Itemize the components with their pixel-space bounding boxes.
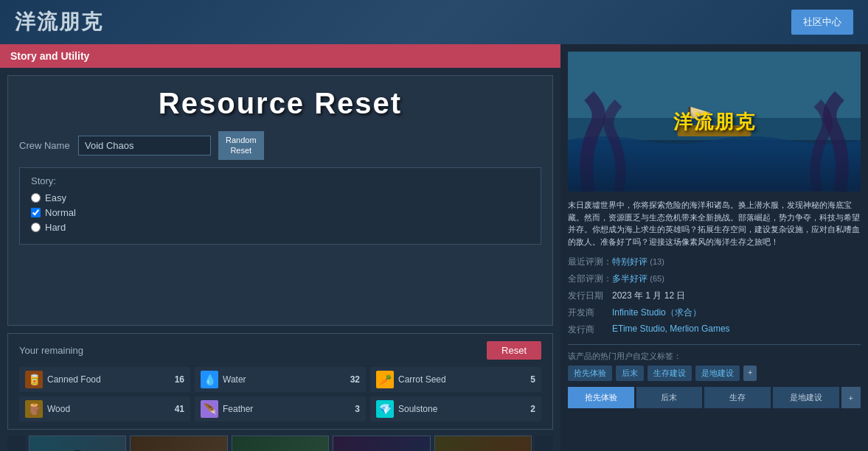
random-reset-button[interactable]: RandomReset bbox=[218, 131, 264, 160]
main-content: Story and Utility Resource Reset Crew Na… bbox=[0, 44, 868, 451]
game-area: Resource Reset Crew Name RandomReset Sto… bbox=[7, 75, 553, 326]
hard-option-row: Hard bbox=[31, 222, 530, 233]
divider-1 bbox=[568, 344, 861, 345]
resource-soulstone: 💎 Soulstone 2 bbox=[370, 396, 541, 422]
publisher-value[interactable]: ETime Studio, Merlion Games bbox=[612, 324, 730, 334]
carrot-seed-count: 5 bbox=[530, 374, 535, 385]
water-name: Water bbox=[223, 374, 346, 385]
panel-title: Story and Utility bbox=[0, 44, 560, 68]
recent-review-row: 最近评测： 特别好评 (13) bbox=[568, 254, 861, 270]
wood-count: 41 bbox=[175, 404, 184, 414]
next-thumb-button[interactable]: ▶ bbox=[535, 436, 553, 451]
resource-reset-title: Resource Reset bbox=[19, 87, 541, 120]
remaining-label: Your remaining bbox=[19, 345, 83, 356]
soulstone-count: 2 bbox=[530, 404, 535, 414]
thumbnails-row: ◀ ▶ Adventures Unfold ▶ bbox=[7, 436, 553, 451]
btn-post-apocalyptic[interactable]: 后末 bbox=[636, 387, 703, 408]
easy-option-row: Easy bbox=[31, 192, 530, 203]
canned-food-icon: 🥫 bbox=[25, 371, 43, 388]
story-label: Story: bbox=[31, 175, 530, 186]
hard-radio[interactable] bbox=[31, 223, 41, 232]
remaining-section: Your remaining Reset 🥫 Canned Food 16 💧 … bbox=[7, 333, 553, 430]
feather-icon: 🪶 bbox=[201, 400, 218, 418]
all-review-label: 全部评测： bbox=[568, 270, 612, 287]
right-panel: 洋流朋克 末日废墟世界中，你将探索危险的海洋和诸岛。换上潜水服，发现神秘的海底宝… bbox=[560, 44, 868, 451]
resource-grid: 🥫 Canned Food 16 💧 Water 32 🥕 Carrot See… bbox=[19, 367, 541, 422]
water-icon: 💧 bbox=[201, 371, 218, 388]
resource-feather: 🪶 Feather 3 bbox=[195, 396, 366, 422]
resource-water: 💧 Water 32 bbox=[195, 367, 366, 392]
tags-section: 该产品的热门用户自定义标签： bbox=[568, 349, 861, 362]
game-image-title: 洋流朋克 bbox=[673, 109, 756, 135]
info-table: 最近评测： 特别好评 (13) 全部评测： 多半好评 (65) 发行日期 202… bbox=[568, 254, 861, 338]
thumbnail-3[interactable] bbox=[232, 436, 329, 451]
normal-option-row: Normal bbox=[31, 207, 530, 218]
publisher-row: 发行商 ETime Studio, Merlion Games bbox=[568, 321, 861, 338]
wave-decoration bbox=[568, 147, 861, 192]
thumbnail-1[interactable]: ▶ Adventures Unfold bbox=[29, 436, 126, 451]
left-panel: Story and Utility Resource Reset Crew Na… bbox=[0, 44, 560, 451]
release-label: 发行日期 bbox=[568, 287, 612, 304]
game-title: 洋流朋克 bbox=[15, 8, 103, 36]
feather-count: 3 bbox=[355, 404, 360, 414]
remaining-header: Your remaining Reset bbox=[19, 341, 541, 360]
release-date: 2023 年 1 月 12 日 bbox=[612, 287, 861, 304]
normal-label: Normal bbox=[45, 207, 76, 218]
btn-survival[interactable]: 生存 bbox=[704, 387, 771, 408]
resource-canned-food: 🥫 Canned Food 16 bbox=[19, 367, 190, 392]
all-review-count: (65) bbox=[650, 274, 664, 283]
hard-label: Hard bbox=[45, 222, 66, 233]
release-date-row: 发行日期 2023 年 1 月 12 日 bbox=[568, 287, 861, 304]
carrot-seed-name: Carrot Seed bbox=[398, 374, 526, 385]
tag-2[interactable]: 后末 bbox=[616, 366, 644, 381]
crew-name-row: Crew Name RandomReset bbox=[19, 131, 541, 160]
header: 洋流朋克 社区中心 bbox=[0, 0, 868, 44]
canned-food-count: 16 bbox=[175, 374, 184, 385]
btn-more-tags[interactable]: + bbox=[841, 387, 861, 408]
bottom-buttons: 抢先体验 后末 生存 是地建设 + bbox=[568, 387, 861, 408]
soulstone-icon: 💎 bbox=[376, 400, 394, 418]
feather-name: Feather bbox=[223, 404, 350, 414]
all-review-value[interactable]: 多半好评 bbox=[612, 273, 647, 284]
wood-name: Wood bbox=[47, 404, 170, 414]
tag-plus[interactable]: + bbox=[743, 366, 757, 381]
water-count: 32 bbox=[350, 374, 360, 385]
panel-content: Resource Reset Crew Name RandomReset Sto… bbox=[0, 68, 560, 451]
easy-radio[interactable] bbox=[31, 193, 41, 203]
crew-name-input[interactable] bbox=[78, 136, 211, 155]
crew-name-label: Crew Name bbox=[19, 140, 71, 151]
recent-review-label: 最近评测： bbox=[568, 254, 612, 270]
prev-thumb-button[interactable]: ◀ bbox=[7, 436, 25, 451]
btn-base-building[interactable]: 是地建设 bbox=[773, 387, 839, 408]
normal-checkbox[interactable] bbox=[31, 208, 41, 217]
recent-review-count: (13) bbox=[650, 257, 664, 266]
developer-row: 开发商 Infinite Studio（求合） bbox=[568, 304, 861, 321]
soulstone-name: Soulstone bbox=[398, 404, 526, 414]
btn-early-access[interactable]: 抢先体验 bbox=[568, 387, 634, 408]
all-review-row: 全部评测： 多半好评 (65) bbox=[568, 270, 861, 287]
game-header-image: 洋流朋克 bbox=[568, 52, 861, 192]
thumbnail-2[interactable] bbox=[130, 436, 227, 451]
story-section: Story: Easy Normal Hard bbox=[19, 167, 541, 245]
recent-review-value[interactable]: 特别好评 bbox=[612, 256, 647, 267]
reset-button[interactable]: Reset bbox=[487, 341, 541, 360]
resource-carrot-seed: 🥕 Carrot Seed 5 bbox=[370, 367, 541, 392]
easy-label: Easy bbox=[45, 192, 66, 203]
tags-label: 该产品的热门用户自定义标签： bbox=[568, 352, 681, 360]
wood-icon: 🪵 bbox=[25, 400, 43, 418]
publisher-label: 发行商 bbox=[568, 321, 612, 338]
game-description: 末日废墟世界中，你将探索危险的海洋和诸岛。换上潜水服，发现神秘的海底宝藏。然而，… bbox=[568, 199, 861, 248]
tag-4[interactable]: 是地建设 bbox=[695, 366, 740, 381]
carrot-seed-icon: 🥕 bbox=[376, 371, 394, 388]
resource-wood: 🪵 Wood 41 bbox=[19, 396, 190, 422]
thumbnail-4[interactable] bbox=[333, 436, 430, 451]
community-button[interactable]: 社区中心 bbox=[791, 10, 853, 35]
tag-3[interactable]: 生存建设 bbox=[647, 366, 692, 381]
tags-row: 抢先体验 后末 生存建设 是地建设 + bbox=[568, 366, 861, 381]
developer-value[interactable]: Infinite Studio（求合） bbox=[612, 307, 701, 318]
thumbnail-5[interactable] bbox=[434, 436, 532, 451]
developer-label: 开发商 bbox=[568, 304, 612, 321]
canned-food-name: Canned Food bbox=[47, 374, 170, 385]
tag-1[interactable]: 抢先体验 bbox=[568, 366, 612, 381]
